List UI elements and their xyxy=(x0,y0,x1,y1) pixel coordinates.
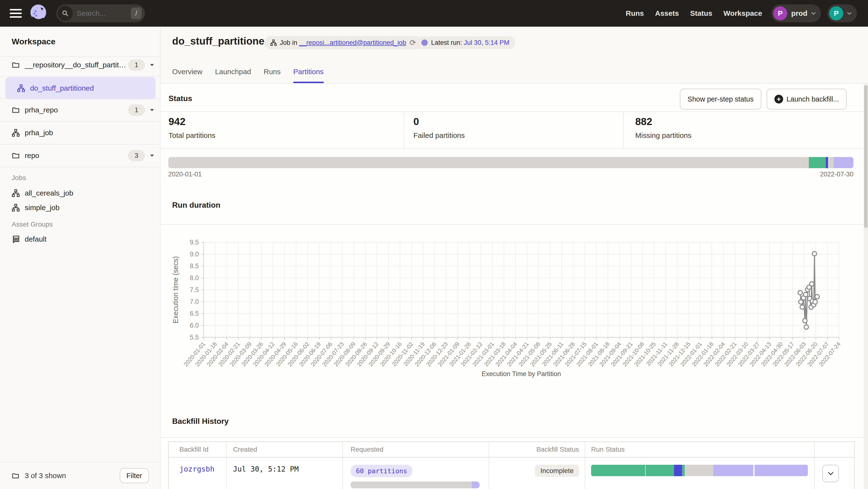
y-tick-label: 7.0 xyxy=(190,298,199,305)
data-point[interactable] xyxy=(815,294,819,299)
deployment-avatar: P xyxy=(773,6,787,20)
job-icon xyxy=(12,129,20,137)
status-buttons: Show per-step status + Launch backfill..… xyxy=(680,89,847,109)
run-status-bar[interactable] xyxy=(591,465,808,476)
data-point[interactable] xyxy=(800,305,804,309)
table-row: jozrgsbh Jul 30, 5:12 PM 60 partitions 2… xyxy=(169,457,854,489)
bar-segment xyxy=(826,157,828,168)
sidebar-item-prha-job[interactable]: prha_job xyxy=(0,122,160,144)
refresh-icon[interactable]: ⟳ xyxy=(409,38,416,47)
nav-link-runs[interactable]: Runs xyxy=(626,9,644,18)
count-badge: 3 xyxy=(128,150,145,161)
deployment-switcher[interactable]: P prod xyxy=(771,4,821,22)
dagster-logo-icon[interactable] xyxy=(29,3,48,24)
search-shortcut-badge: / xyxy=(131,7,142,19)
tab-partitions[interactable]: Partitions xyxy=(293,68,324,83)
shown-count: 3 of 3 shown xyxy=(25,471,66,480)
sidebar-item-label: simple_job xyxy=(25,203,59,212)
data-point[interactable] xyxy=(804,325,808,329)
bar-segment xyxy=(472,482,479,488)
sidebar-item-label: do_stuff_partitioned xyxy=(30,84,94,92)
column-header-requested: Requested xyxy=(343,442,489,457)
divider xyxy=(623,111,624,148)
job-icon xyxy=(270,39,277,46)
asset-groups-section-label: Asset Groups xyxy=(12,221,53,228)
chevron-down-icon xyxy=(847,12,852,15)
data-point[interactable] xyxy=(799,300,803,304)
sidebar-title: Workspace xyxy=(12,37,56,46)
backfill-id-link[interactable]: jozrgsbh xyxy=(179,465,215,473)
bar-segment xyxy=(754,465,808,476)
backfill-status-chip: Incomplete xyxy=(535,465,579,477)
data-point[interactable] xyxy=(813,300,817,304)
column-header-backfill-status: Backfill Status xyxy=(489,442,585,457)
nav-link-workspace[interactable]: Workspace xyxy=(723,9,762,18)
repository-link[interactable]: __reposi...artitioned@partitioned_job xyxy=(299,39,406,46)
partition-bar-dates: 2020-01-01 2022-07-30 xyxy=(168,171,854,178)
y-tick-label: 8.5 xyxy=(190,262,199,270)
vertical-scrollbar[interactable] xyxy=(864,84,868,489)
folder-icon xyxy=(12,152,20,160)
latest-run-link[interactable]: Jul 30, 5:14 PM xyxy=(464,39,509,46)
job-tabs: Overview Launchpad Runs Partitions xyxy=(172,68,324,83)
scrollbar-thumb[interactable] xyxy=(864,85,868,228)
launch-backfill-button[interactable]: + Launch backfill... xyxy=(767,89,847,109)
data-point[interactable] xyxy=(804,292,808,297)
stat-label: Total partitions xyxy=(168,131,215,139)
plus-circle-icon: + xyxy=(774,95,783,103)
sidebar-item-do-stuff-partitioned[interactable]: do_stuff_partitioned xyxy=(5,77,156,99)
latest-run-label: Latest run: xyxy=(431,39,462,46)
caret-down-icon[interactable] xyxy=(149,63,155,67)
stat-label: Failed partitions xyxy=(413,131,465,139)
search-icon xyxy=(58,6,73,21)
requested-partitions-badge[interactable]: 60 partitions xyxy=(350,465,412,477)
folder-icon xyxy=(12,106,20,114)
nav-link-assets[interactable]: Assets xyxy=(655,9,679,18)
tab-launchpad[interactable]: Launchpad xyxy=(215,68,251,83)
top-nav: / Runs Assets Status Workspace P prod P xyxy=(0,0,868,27)
sidebar-item-default-group[interactable]: default xyxy=(0,231,160,248)
sidebar-item-label: repo xyxy=(25,152,39,160)
sidebar-item-label: prha_repo xyxy=(25,106,58,114)
tab-overview[interactable]: Overview xyxy=(172,68,203,83)
run-duration-chart[interactable]: 2020-01-012020-01-182020-02-042020-02-21… xyxy=(160,230,868,395)
data-point[interactable] xyxy=(810,282,814,286)
partition-status-bar[interactable] xyxy=(168,157,854,168)
run-status-dot xyxy=(422,39,428,46)
status-section-title: Status xyxy=(168,94,192,103)
nav-link-status[interactable]: Status xyxy=(690,9,712,18)
divider xyxy=(0,76,160,76)
job-icon xyxy=(12,189,20,197)
created-timestamp: Jul 30, 5:12 PM xyxy=(233,465,299,473)
search-input[interactable] xyxy=(76,9,131,18)
show-per-step-status-button[interactable]: Show per-step status xyxy=(680,89,761,109)
sidebar-item-repository[interactable]: __repository__do_stuff_partitio... 1 xyxy=(0,54,160,76)
chevron-down-icon xyxy=(811,12,816,15)
run-duration-title: Run duration xyxy=(172,201,220,209)
menu-icon[interactable] xyxy=(10,9,22,18)
user-menu[interactable]: P xyxy=(827,4,857,22)
data-point[interactable] xyxy=(803,318,807,323)
partition-start-date: 2020-01-01 xyxy=(168,171,202,178)
search-box[interactable]: / xyxy=(56,4,145,22)
expand-row-button[interactable] xyxy=(823,465,839,482)
sidebar-item-repo[interactable]: repo 3 xyxy=(0,144,160,167)
folder-icon xyxy=(12,472,20,480)
sidebar-item-prha-repo[interactable]: prha_repo 1 xyxy=(0,99,160,121)
divider xyxy=(160,224,868,225)
stat-failed-partitions: 0 Failed partitions xyxy=(413,116,465,139)
bar-segment xyxy=(682,465,685,476)
bar-segment xyxy=(685,465,713,476)
bar-segment xyxy=(809,157,826,168)
caret-down-icon[interactable] xyxy=(149,108,155,112)
sidebar-item-label: default xyxy=(25,235,46,243)
data-point[interactable] xyxy=(798,291,802,295)
x-axis-caption: Execution Time by Partition xyxy=(482,370,561,378)
user-avatar: P xyxy=(829,6,843,20)
sidebar-item-simple-job[interactable]: simple_job xyxy=(0,199,160,216)
latest-run-pill: Latest run: Jul 30, 5:14 PM xyxy=(415,36,515,49)
caret-down-icon[interactable] xyxy=(149,154,155,157)
tab-runs[interactable]: Runs xyxy=(264,68,281,83)
data-point[interactable] xyxy=(812,252,816,256)
filter-button[interactable]: Filter xyxy=(120,468,149,483)
